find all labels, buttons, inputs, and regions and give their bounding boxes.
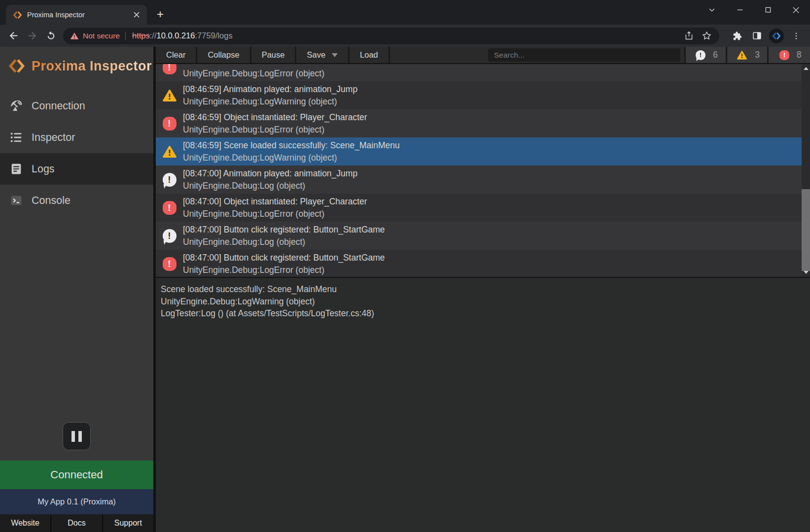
browser-window: Proxima Inspector + (0, 0, 810, 532)
toolbar-button-save[interactable]: Save (296, 47, 350, 63)
info-icon: ! (696, 50, 705, 60)
log-row[interactable]: ! [08:46:59] Object instantiated: Player… (156, 109, 802, 137)
log-stacktrace: UnityEngine.Debug:LogError (object) (183, 68, 324, 79)
sidebar-item-console[interactable]: Console (0, 185, 153, 216)
log-row[interactable]: ! [08:47:00] Object instantiated: Player… (156, 194, 802, 222)
menu-kebab-icon[interactable] (786, 26, 806, 46)
address-bar[interactable]: Not secure https://10.0.0.216:7759/logs (63, 28, 719, 44)
error-icon: ! (779, 50, 789, 60)
url-host: 10.0.0.216 (157, 31, 195, 40)
search-input[interactable] (488, 48, 680, 62)
log-row[interactable]: ! [08:47:00] Button click registered: Bu… (156, 250, 802, 278)
forward-icon[interactable] (23, 27, 41, 45)
pause-stream-button[interactable] (63, 422, 91, 450)
log-message: [08:47:00] Object instantiated: Player_C… (183, 196, 367, 207)
sidebar-footer: WebsiteDocsSupport (0, 514, 153, 532)
toolbar-button-load[interactable]: Load (350, 47, 390, 63)
tab-search-chevron-icon[interactable] (698, 0, 726, 20)
connection-status-badge: Connected (0, 461, 153, 489)
sidebar-item-connection[interactable]: Connection (0, 90, 153, 122)
warning-count: 3 (755, 50, 760, 60)
dropdown-caret-icon[interactable] (332, 53, 338, 57)
scroll-down-icon[interactable] (802, 268, 810, 276)
log-row[interactable]: ! UnityEngine.Debug:LogError (object) (156, 64, 802, 81)
side-panel-icon[interactable] (747, 26, 767, 46)
footer-link-docs[interactable]: Docs (50, 514, 102, 532)
footer-link-website[interactable]: Website (0, 514, 50, 532)
error-log-icon: ! (163, 201, 176, 215)
toolbar-button-label: Save (307, 50, 325, 60)
scrollbar-track[interactable] (802, 64, 810, 277)
info-count: 6 (713, 50, 718, 60)
detail-line: Scene loaded successfully: Scene_MainMen… (161, 283, 805, 296)
proxima-favicon-icon (13, 10, 22, 20)
log-row[interactable]: [08:46:59] Scene loaded successfully: Sc… (156, 137, 802, 166)
toolbar-button-collapse[interactable]: Collapse (197, 47, 251, 63)
filter-error-button[interactable]: ! 8 (767, 47, 810, 63)
log-stacktrace: UnityEngine.Debug:Log (object) (183, 180, 357, 191)
scroll-up-icon[interactable] (802, 65, 810, 72)
satellite-icon (9, 99, 23, 113)
url-text[interactable]: https://10.0.0.216:7759/logs (132, 31, 233, 40)
browser-tab-strip: Proxima Inspector + (0, 0, 810, 25)
logs-toolbar: Clear Collapse Pause Save Load ! 6 3 ! (156, 47, 810, 64)
url-path: :7759/logs (195, 31, 233, 40)
toolbar-button-clear[interactable]: Clear (156, 47, 197, 63)
log-row[interactable]: ! [08:47:00] Button click registered: Bu… (156, 222, 802, 250)
app-body: Proxima Inspector Connection Inspector L… (0, 47, 810, 532)
url-divider (125, 32, 126, 40)
reload-icon[interactable] (41, 27, 60, 45)
maximize-button[interactable] (754, 0, 782, 20)
new-tab-button[interactable]: + (153, 7, 168, 22)
minimize-button[interactable] (726, 0, 754, 20)
filter-info-button[interactable]: ! 6 (684, 47, 726, 63)
toolbar-button-pause[interactable]: Pause (251, 47, 297, 63)
sidebar-item-label: Inspector (32, 132, 75, 144)
tab-close-icon[interactable] (131, 9, 142, 20)
sidebar-item-inspector[interactable]: Inspector (0, 122, 153, 153)
log-stacktrace: UnityEngine.Debug:LogError (object) (183, 124, 367, 135)
sidebar-item-label: Logs (32, 163, 55, 175)
toolbar-button-label: Load (360, 50, 378, 60)
error-log-icon: ! (163, 117, 176, 131)
brand-title: Proxima Inspector (32, 59, 152, 74)
not-secure-label[interactable]: Not secure (83, 32, 120, 40)
log-message: [08:46:59] Object instantiated: Player_C… (183, 112, 367, 123)
detail-line: UnityEngine.Debug:LogWarning (object) (161, 296, 805, 308)
logs-page: Clear Collapse Pause Save Load ! 6 3 ! (156, 47, 810, 532)
extensions-icon[interactable] (727, 26, 747, 46)
log-message: [08:47:00] Button click registered: Butt… (183, 252, 385, 263)
scrollbar-thumb[interactable] (802, 189, 810, 271)
profile-avatar[interactable] (767, 26, 786, 46)
log-row[interactable]: [08:46:59] Animation played: animation_J… (156, 81, 802, 109)
log-stacktrace: UnityEngine.Debug:LogError (object) (183, 208, 367, 219)
document-icon (9, 162, 23, 176)
toolbar-button-label: Clear (166, 50, 185, 60)
log-stacktrace: UnityEngine.Debug:Log (object) (183, 236, 385, 247)
log-message: [08:46:59] Scene loaded successfully: Sc… (183, 140, 400, 151)
info-log-icon: ! (163, 229, 176, 243)
window-controls (698, 0, 810, 20)
url-scheme: https (132, 31, 150, 40)
log-stacktrace: UnityEngine.Debug:LogError (object) (183, 265, 385, 275)
log-row[interactable]: ! [08:47:00] Animation played: animation… (156, 166, 802, 194)
bookmark-star-icon[interactable] (698, 28, 715, 44)
toolbar-spacer (390, 47, 488, 63)
filter-warning-button[interactable]: 3 (726, 47, 767, 63)
toolbar-button-label: Pause (262, 50, 285, 60)
toolbar-button-label: Collapse (208, 50, 239, 60)
footer-link-support[interactable]: Support (102, 514, 153, 532)
avatar-proxima-logo-icon (769, 29, 784, 43)
back-icon[interactable] (4, 27, 23, 45)
proxima-logo-icon (8, 58, 25, 74)
brand: Proxima Inspector (0, 47, 153, 74)
close-window-button[interactable] (782, 0, 810, 20)
sidebar-item-logs[interactable]: Logs (0, 153, 153, 185)
browser-tab[interactable]: Proxima Inspector (6, 5, 147, 25)
info-log-icon: ! (163, 173, 176, 187)
list-icon (9, 131, 23, 144)
log-stacktrace: UnityEngine.Debug:LogWarning (object) (183, 96, 357, 107)
log-stacktrace: UnityEngine.Debug:LogWarning (object) (183, 152, 400, 163)
share-icon[interactable] (680, 28, 698, 44)
log-message: [08:47:00] Button click registered: Butt… (183, 224, 385, 235)
